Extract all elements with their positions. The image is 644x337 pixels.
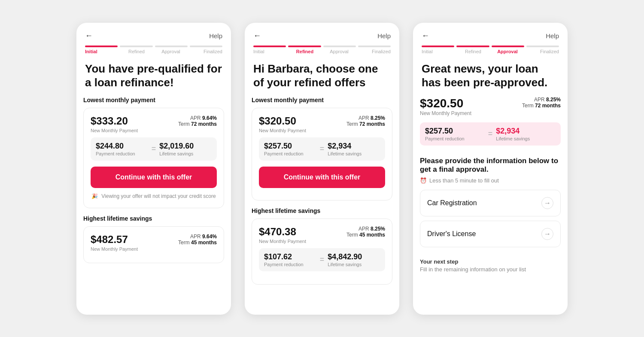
- progress-labels-1: Initial Refined Approval Finalized: [85, 49, 222, 54]
- back-arrow-1[interactable]: ←: [85, 31, 93, 40]
- phone-3: ← Help Initial Refined Approval Finalize…: [413, 23, 568, 315]
- payment-reduction-1: $244.80: [96, 142, 148, 151]
- highest-payment-label-2: New Monthly Payment: [259, 239, 306, 244]
- credit-note-1: 🎉 Viewing your offer will not impact you…: [91, 193, 217, 201]
- prog-label-approval-1: Approval: [154, 49, 188, 54]
- highest-apr-label-1: APR: [190, 234, 201, 240]
- screen-title-area-3: Great news, your loan has been pre-appro…: [413, 54, 568, 97]
- prog-label-finalized-1: Finalized: [188, 49, 222, 54]
- phones-container: ← Help Initial Refined Approval Finalize…: [26, 23, 618, 315]
- prog-label-initial-2: Initial: [253, 49, 288, 54]
- cta-button-2[interactable]: Continue with this offer: [259, 167, 385, 188]
- approved-payment-label: New Monthly Payment: [420, 110, 471, 116]
- progress-seg-2-3: [358, 46, 391, 47]
- term-label-1: Term: [178, 121, 190, 127]
- highest-payment-2: $470.38: [259, 226, 306, 238]
- progress-seg-2: [155, 46, 188, 47]
- drivers-license-item[interactable]: Driver's License →: [420, 221, 561, 247]
- equals-2: =: [320, 144, 325, 153]
- time-note: ⏰ Less than 5 minute to fill out: [420, 177, 561, 184]
- lifetime-savings-label-1: Lifetime savings: [159, 151, 212, 156]
- info-title: Please provide the information below to …: [420, 157, 561, 174]
- progress-bar-1: Initial Refined Approval Finalized: [76, 46, 231, 54]
- highest-offer-card-1: $482.57 New Monthly Payment APR 9.64% Te…: [83, 226, 224, 263]
- car-registration-arrow: →: [541, 197, 553, 209]
- approved-summary: $320.50 New Monthly Payment APR 8.25% Te…: [413, 97, 568, 157]
- phone-3-header: ← Help: [413, 23, 568, 44]
- progress-seg-3: [190, 46, 222, 47]
- next-step-desc: Fill in the remaining information on you…: [420, 266, 561, 273]
- progress-seg-1: [120, 46, 152, 47]
- lowest-offer-card-1: $333.20 New Monthly Payment APR 9.64% Te…: [83, 108, 224, 208]
- prog-label-finalized-2: Finalized: [356, 49, 391, 54]
- savings-row-1: $244.80 Payment reduction = $2,019.60 Li…: [91, 137, 217, 161]
- apr-label-2: APR: [358, 115, 369, 121]
- apr-val-2: 8.25%: [371, 115, 385, 121]
- approved-term-label: Term: [522, 103, 534, 109]
- payment-reduction-label-1: Payment reduction: [96, 151, 148, 156]
- progress-seg-2-1: [288, 46, 321, 47]
- highest-apr-val-1: 9.64%: [202, 234, 217, 240]
- car-registration-label: Car Registration: [427, 199, 477, 207]
- screen-title-area-2: Hi Barbara, choose one of your refined o…: [245, 54, 399, 97]
- highest-payment-1: $482.57: [91, 234, 138, 246]
- progress-bar-3: Initial Refined Approval Finalized: [413, 46, 568, 54]
- clock-icon: ⏰: [420, 177, 427, 184]
- highest-apr-val-2: 8.25%: [371, 226, 385, 232]
- help-link-1[interactable]: Help: [209, 32, 222, 39]
- payment-amount-1: $333.20: [91, 115, 138, 127]
- screen-title-2: Hi Barbara, choose one of your refined o…: [253, 62, 391, 90]
- equals-1: =: [152, 144, 156, 153]
- help-link-2[interactable]: Help: [377, 32, 391, 39]
- payment-label-1: New Monthly Payment: [91, 128, 138, 133]
- highest-term-label-1: Term: [178, 240, 190, 246]
- screen-title-area-1: You have pre-qualified for a loan refina…: [76, 54, 231, 97]
- lowest-section-label-2: Lowest monthly payment: [252, 97, 392, 103]
- screen-title-3: Great news, your loan has been pre-appro…: [422, 62, 559, 90]
- highest-reduction-2: $107.62: [264, 252, 316, 261]
- party-icon-1: 🎉: [91, 193, 98, 199]
- term-val-1: 72 months: [191, 121, 217, 127]
- next-step-title: Your next step: [420, 258, 561, 265]
- info-section: Please provide the information below to …: [413, 157, 568, 247]
- lifetime-savings-label-2: Lifetime savings: [328, 151, 380, 156]
- progress-seg-3-0: [422, 46, 454, 47]
- equals-h-2: =: [320, 255, 325, 264]
- highest-section-label-2: Highest lifetime savings: [252, 207, 392, 214]
- term-label-2: Term: [346, 121, 358, 127]
- approved-payment: $320.50: [420, 97, 471, 110]
- payment-amount-2: $320.50: [259, 115, 306, 127]
- apr-label-1: APR: [190, 115, 201, 121]
- highest-reduction-label-2: Payment reduction: [264, 262, 316, 267]
- highest-savings-row-2: $107.62 Payment reduction = $4,842.90 Li…: [259, 248, 385, 271]
- cta-button-1[interactable]: Continue with this offer: [91, 167, 217, 188]
- equals-3: =: [488, 129, 493, 138]
- apr-val-1: 9.64%: [202, 115, 217, 121]
- back-arrow-3[interactable]: ←: [422, 31, 429, 40]
- progress-seg-3-2: [492, 46, 524, 47]
- highest-term-label-2: Term: [346, 232, 358, 238]
- prog-label-approval-3: Approval: [490, 49, 525, 54]
- approved-reduction: $257.50: [425, 127, 485, 136]
- highest-payment-label-1: New Monthly Payment: [91, 246, 138, 252]
- highest-term-val-1: 45 months: [191, 240, 217, 246]
- highest-term-val-2: 45 months: [359, 232, 385, 238]
- car-registration-item[interactable]: Car Registration →: [420, 190, 561, 216]
- help-link-3[interactable]: Help: [546, 32, 559, 39]
- drivers-license-label: Driver's License: [427, 230, 476, 238]
- prog-label-approval-2: Approval: [322, 49, 356, 54]
- prog-label-refined-1: Refined: [119, 49, 154, 54]
- back-arrow-2[interactable]: ←: [253, 31, 261, 40]
- progress-seg-3-1: [456, 46, 489, 47]
- lowest-offer-card-2: $320.50 New Monthly Payment APR 8.25% Te…: [252, 108, 392, 200]
- prog-label-initial-3: Initial: [422, 49, 456, 54]
- progress-bar-2: Initial Refined Approval Finalized: [245, 46, 399, 54]
- approved-lifetime-label: Lifetime savings: [496, 136, 556, 141]
- screen-title-1: You have pre-qualified for a loan refina…: [85, 62, 222, 90]
- approved-lifetime: $2,934: [496, 127, 556, 136]
- payment-reduction-2: $257.50: [264, 142, 316, 151]
- highest-section-label-1: Highest lifetime savings: [83, 215, 224, 222]
- approved-apr-val: 8.25%: [546, 97, 561, 103]
- prog-label-finalized-3: Finalized: [525, 49, 559, 54]
- phone-1: ← Help Initial Refined Approval Finalize…: [76, 23, 231, 315]
